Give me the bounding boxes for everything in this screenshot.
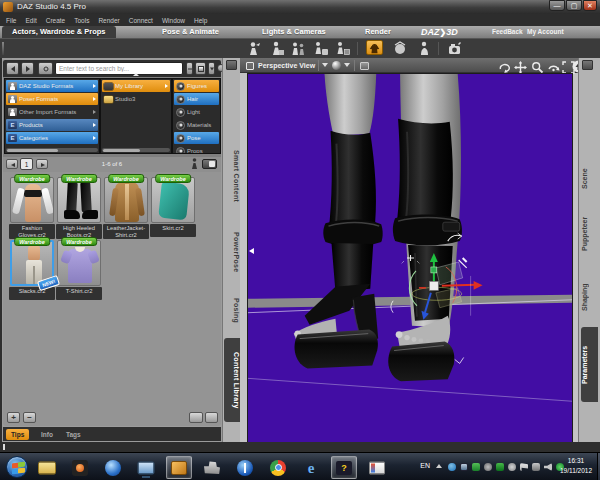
taskbar-paint-icon[interactable] (364, 456, 390, 479)
view-dropdown-button[interactable] (208, 62, 215, 75)
language-indicator[interactable]: EN (420, 462, 430, 469)
zoom-camera-icon[interactable] (531, 60, 544, 73)
tab-shaping[interactable]: Shaping (581, 272, 598, 322)
tree-item-hair[interactable]: Hair (174, 93, 219, 105)
hidden-icons-chevron[interactable] (436, 464, 442, 468)
tab-posing[interactable]: Posing (224, 290, 240, 332)
horizontal-scrollbar[interactable] (102, 148, 170, 152)
tree-item-pose[interactable]: Pose (174, 132, 219, 144)
filter-minus-button[interactable] (186, 62, 193, 75)
tree-item-my-library[interactable]: My Library (102, 80, 170, 92)
taskbar-query-app-icon[interactable]: ? (331, 456, 357, 479)
content-item-leatherjacket-shirt[interactable]: Wardrobe LeatherJacket-Shirt.cr2 (103, 177, 149, 239)
tray-skype-icon[interactable] (448, 463, 456, 471)
tab-scene[interactable]: Scene (581, 160, 598, 198)
wardrobe-category-icon[interactable] (366, 40, 383, 55)
tab-powerpose[interactable]: PowerPose (224, 222, 240, 282)
search-input[interactable] (55, 62, 183, 75)
view-options-icon[interactable] (360, 62, 369, 70)
render-camera-icon[interactable] (446, 41, 463, 56)
tree-item-daz-studio-formats[interactable]: DAZ Studio Formats (6, 80, 98, 92)
taskbar-clock[interactable]: 16:3119/11/2012 (555, 456, 597, 476)
tree-item-other-import-formats[interactable]: Other Import Formats (6, 106, 98, 118)
tree-item-categories[interactable]: ECategories (6, 132, 98, 144)
forward-button[interactable] (21, 62, 34, 75)
camera-selector[interactable]: Perspective View (258, 58, 315, 73)
tree-item-light[interactable]: Light (174, 106, 219, 118)
taskbar-browser-icon[interactable] (100, 456, 126, 479)
tab-smart-content[interactable]: Smart Content (224, 140, 240, 212)
options-button[interactable] (205, 412, 218, 423)
content-item-slacks[interactable]: Wardrobe Slacks.cr2 NEW! (9, 240, 55, 300)
menu-edit[interactable]: Edit (25, 17, 36, 24)
tab-puppeteer[interactable]: Puppeteer (581, 205, 598, 263)
zoom-in-button[interactable]: + (7, 412, 20, 423)
scene-figure-icon[interactable] (268, 41, 285, 56)
tab-pose-animate[interactable]: Pose & Animate (152, 26, 229, 38)
tray-volume-icon[interactable] (544, 463, 552, 471)
minimize-button[interactable]: — (549, 0, 565, 11)
tray-usb-icon[interactable] (472, 463, 480, 471)
tray-battery-icon[interactable] (496, 463, 504, 471)
view-mode-button[interactable] (195, 62, 206, 75)
drawstyle-icon[interactable] (332, 61, 341, 70)
content-item-t-shirt[interactable]: Wardrobe T-Shirt.cr2 (56, 240, 102, 300)
orbit-camera-icon[interactable] (498, 60, 511, 73)
figure-filter-icon[interactable] (190, 158, 199, 170)
feedback-link[interactable]: FeedBack (492, 26, 523, 38)
menu-window[interactable]: Window (162, 17, 185, 24)
tray-display-icon[interactable] (460, 463, 468, 471)
search-scope-button[interactable] (38, 62, 53, 75)
tab-info[interactable]: Info (36, 429, 58, 440)
materials-icon[interactable] (392, 41, 409, 56)
my-account-link[interactable]: My Account (527, 26, 564, 38)
taskbar-media-player-icon[interactable] (67, 456, 93, 479)
tab-tips[interactable]: Tips (6, 429, 29, 440)
tab-lights-cameras[interactable]: Lights & Cameras (252, 26, 336, 38)
scene-people-icon[interactable] (290, 41, 307, 56)
3d-viewport[interactable] (247, 73, 573, 446)
start-button[interactable] (6, 456, 28, 478)
menu-file[interactable]: File (6, 17, 16, 24)
taskbar-computer-icon[interactable] (133, 456, 159, 479)
menu-create[interactable]: Create (46, 17, 66, 24)
tab-parameters[interactable]: Parameters (581, 327, 598, 402)
drawstyle-dropdown-arrow[interactable] (344, 63, 350, 67)
dock-panel-icon[interactable] (582, 60, 593, 70)
close-button[interactable]: ✕ (583, 0, 597, 11)
taskbar-utility-icon[interactable] (199, 456, 225, 479)
content-item-skirt[interactable]: Wardrobe Skirt.cr2 (150, 177, 196, 237)
scene-wardrobe-icon[interactable] (312, 41, 329, 56)
horizontal-scrollbar[interactable] (6, 148, 98, 152)
tray-action-center-flag-icon[interactable] (520, 463, 528, 471)
menu-connect[interactable]: Connect (129, 17, 153, 24)
menu-tools[interactable]: Tools (74, 17, 89, 24)
tray-update-icon[interactable] (508, 463, 516, 471)
taskbar-bluetooth-icon[interactable] (232, 456, 258, 479)
zoom-out-button[interactable]: − (23, 412, 36, 423)
sort-button[interactable] (189, 412, 203, 423)
taskbar-explorer-icon[interactable] (34, 456, 60, 479)
tree-item-products[interactable]: EProducts (6, 119, 98, 131)
tree-item-poser-formats[interactable]: Poser Formats (6, 93, 98, 105)
tree-item-materials[interactable]: Materials (174, 119, 219, 131)
pan-camera-icon[interactable] (514, 60, 527, 73)
content-item-fashion-gloves[interactable]: Wardrobe Fashion Gloves.cr2 (9, 177, 55, 239)
camera-dropdown-arrow[interactable] (322, 63, 328, 67)
tab-content-library[interactable]: Content Library (224, 338, 240, 422)
tray-sync-icon[interactable] (484, 463, 492, 471)
taskbar-daz-studio-icon[interactable] (166, 456, 192, 479)
poses-icon[interactable] (416, 41, 433, 56)
content-item-high-heeled-boots[interactable]: Wardrobe High Heeled Boots.cr2 (56, 177, 102, 239)
menu-render[interactable]: Render (98, 17, 119, 24)
scene-pose-icon[interactable] (246, 41, 263, 56)
back-button[interactable] (6, 62, 19, 75)
scene-prop-icon[interactable] (334, 41, 351, 56)
dock-panel-icon[interactable] (226, 60, 237, 70)
tab-actors-wardrobe-props[interactable]: Actors, Wardrobe & Props (2, 26, 116, 38)
tree-item-props[interactable]: Props (174, 145, 219, 154)
tab-tags[interactable]: Tags (61, 429, 86, 440)
menu-help[interactable]: Help (194, 17, 207, 24)
display-toggle[interactable] (202, 159, 217, 169)
rotate-camera-icon[interactable] (547, 60, 560, 73)
